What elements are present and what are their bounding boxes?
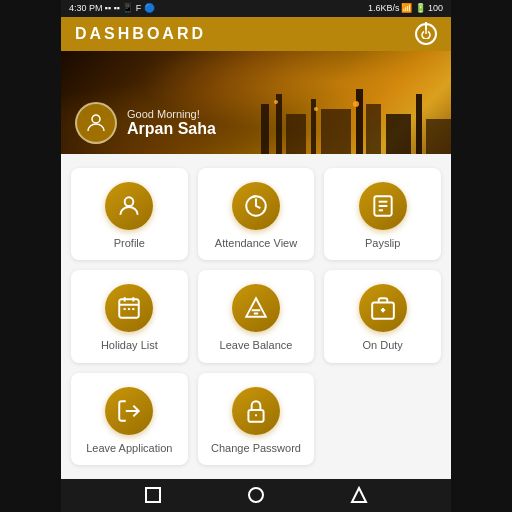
svg-rect-9 (426, 119, 451, 154)
phone-frame: 4:30 PM ▪▪ ▪▪ 📱 F 🔵 1.6KB/s 📶 🔋 100 DASH… (61, 0, 451, 512)
hero-section: Good Morning! Arpan Saha (61, 51, 451, 154)
nav-home-button[interactable] (245, 484, 267, 506)
card-leave-balance-label: Leave Balance (220, 338, 293, 352)
card-payslip[interactable]: Payslip (324, 168, 441, 260)
status-icons: 1.6KB/s 📶 🔋 100 (368, 3, 443, 13)
power-button[interactable] (415, 23, 437, 45)
greeting-text: Good Morning! (127, 108, 216, 120)
svg-rect-6 (366, 104, 381, 154)
leave-app-icon-circle (105, 387, 153, 435)
card-leave-balance[interactable]: Leave Balance (198, 270, 315, 362)
user-info: Good Morning! Arpan Saha (75, 102, 216, 144)
attendance-icon-circle (232, 182, 280, 230)
svg-point-32 (255, 414, 257, 416)
card-holiday-list[interactable]: Holiday List (71, 270, 188, 362)
card-on-duty-label: On Duty (362, 338, 402, 352)
svg-point-14 (125, 197, 134, 206)
profile-icon-circle (105, 182, 153, 230)
header-title: DASHBOARD (75, 25, 206, 43)
card-change-pw-label: Change Password (211, 441, 301, 455)
svg-rect-0 (261, 104, 269, 154)
nav-bar (61, 479, 451, 512)
card-attendance-view[interactable]: Attendance View (198, 168, 315, 260)
on-duty-icon-circle (359, 284, 407, 332)
card-leave-application[interactable]: Leave Application (71, 373, 188, 465)
card-holiday-label: Holiday List (101, 338, 158, 352)
svg-point-11 (314, 107, 318, 111)
nav-recents-button[interactable] (348, 484, 370, 506)
svg-rect-4 (321, 109, 351, 154)
svg-rect-33 (146, 488, 160, 502)
leave-balance-icon-circle (232, 284, 280, 332)
svg-rect-8 (416, 94, 422, 154)
user-name: Arpan Saha (127, 120, 216, 138)
card-profile-label: Profile (114, 236, 145, 250)
svg-point-12 (274, 100, 278, 104)
svg-point-10 (353, 101, 359, 107)
card-change-password[interactable]: Change Password (198, 373, 315, 465)
card-payslip-label: Payslip (365, 236, 400, 250)
change-pw-icon-circle (232, 387, 280, 435)
dashboard-grid: Profile Attendance View Payslip Holiday … (61, 154, 451, 479)
card-leave-app-label: Leave Application (86, 441, 172, 455)
svg-rect-5 (356, 89, 363, 154)
holiday-icon-circle (105, 284, 153, 332)
card-profile[interactable]: Profile (71, 168, 188, 260)
avatar (75, 102, 117, 144)
status-bar: 4:30 PM ▪▪ ▪▪ 📱 F 🔵 1.6KB/s 📶 🔋 100 (61, 0, 451, 17)
user-text-block: Good Morning! Arpan Saha (127, 108, 216, 138)
card-attendance-label: Attendance View (215, 236, 297, 250)
svg-rect-2 (286, 114, 306, 154)
status-time: 4:30 PM ▪▪ ▪▪ 📱 F 🔵 (69, 3, 155, 13)
payslip-icon-circle (359, 182, 407, 230)
app-header: DASHBOARD (61, 17, 451, 51)
svg-point-13 (92, 115, 100, 123)
svg-point-34 (249, 488, 263, 502)
nav-back-button[interactable] (142, 484, 164, 506)
svg-marker-35 (352, 488, 366, 502)
card-on-duty[interactable]: On Duty (324, 270, 441, 362)
svg-rect-7 (386, 114, 411, 154)
